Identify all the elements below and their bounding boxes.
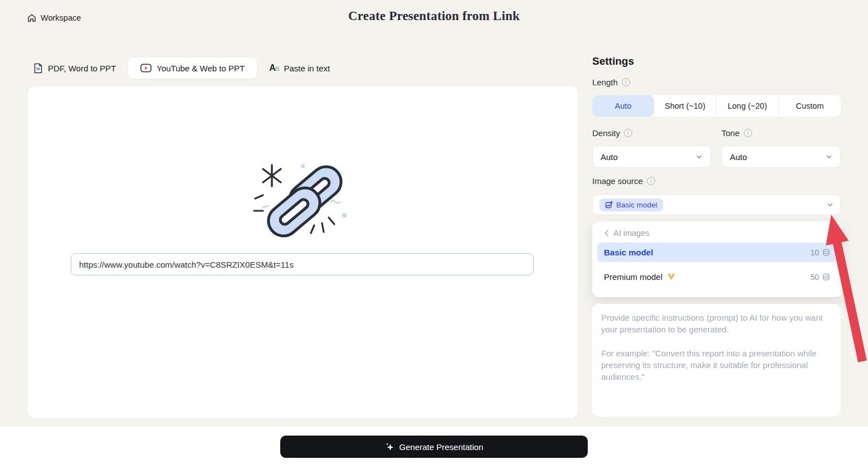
length-label: Length i xyxy=(592,78,630,87)
option-credits: 10 xyxy=(810,248,831,257)
option-credits: 50 xyxy=(810,273,831,282)
tab-paste-in-text[interactable]: Aa Paste in text xyxy=(264,57,335,79)
info-icon[interactable]: i xyxy=(744,129,752,137)
length-segmented-control: Auto Short (~10) Long (~20) Custom xyxy=(592,95,841,117)
length-option-short[interactable]: Short (~10) xyxy=(654,95,716,117)
text-aa-icon: Aa xyxy=(269,63,279,73)
option-name: Premium model xyxy=(604,272,676,282)
sparkle-icon xyxy=(385,442,394,452)
dropdown-option-premium-model[interactable]: Premium model 50 xyxy=(597,267,837,287)
chevron-down-icon xyxy=(826,153,832,160)
image-source-label: Image source i xyxy=(592,176,655,186)
source-tabs: w PDF, Word to PPT YouTube & Web to PPT … xyxy=(28,57,335,79)
length-option-auto[interactable]: Auto xyxy=(592,95,654,117)
premium-crown-icon xyxy=(667,273,676,281)
chain-link-illustration xyxy=(250,160,355,240)
tone-select[interactable]: Auto xyxy=(721,146,841,168)
tab-label: Paste in text xyxy=(284,64,330,73)
youtube-icon xyxy=(140,64,152,72)
ai-instructions-textarea[interactable] xyxy=(592,304,841,417)
credits-coins-icon xyxy=(822,273,831,282)
word-document-icon: w xyxy=(33,63,43,74)
link-input-card xyxy=(28,86,578,418)
chevron-left-icon xyxy=(604,230,609,236)
generate-presentation-button[interactable]: Generate Presentation xyxy=(280,436,588,458)
tab-label: YouTube & Web to PPT xyxy=(157,64,245,73)
settings-heading: Settings xyxy=(592,55,634,67)
svg-text:w: w xyxy=(36,66,41,71)
page-title: Create Presentation from Link xyxy=(0,9,868,23)
length-option-long[interactable]: Long (~20) xyxy=(716,95,778,117)
tab-youtube-web-to-ppt[interactable]: YouTube & Web to PPT xyxy=(128,57,257,79)
image-plus-icon xyxy=(605,201,613,209)
info-icon[interactable]: i xyxy=(624,129,632,137)
url-input[interactable] xyxy=(71,253,534,276)
info-icon[interactable]: i xyxy=(647,177,655,185)
image-source-dropdown: AI images Basic model 10 Premium model 5… xyxy=(592,221,842,297)
option-name: Basic model xyxy=(604,248,653,257)
image-source-select[interactable]: Basic model xyxy=(592,194,841,215)
tab-pdf-word-to-ppt[interactable]: w PDF, Word to PPT xyxy=(28,57,121,79)
tone-label: Tone i xyxy=(721,128,752,138)
dropdown-option-basic-model[interactable]: Basic model 10 xyxy=(597,243,837,262)
tab-label: PDF, Word to PPT xyxy=(48,64,116,73)
dropdown-back-button[interactable]: AI images xyxy=(597,229,837,238)
credits-coins-icon xyxy=(822,248,831,257)
selected-model-chip: Basic model xyxy=(599,199,663,211)
generate-label: Generate Presentation xyxy=(399,442,484,452)
info-icon[interactable]: i xyxy=(622,78,630,86)
chevron-down-icon xyxy=(696,153,703,160)
chevron-down-icon xyxy=(827,201,833,208)
density-label: Density i xyxy=(592,128,632,138)
length-option-custom[interactable]: Custom xyxy=(778,95,841,117)
density-select[interactable]: Auto xyxy=(592,146,711,168)
